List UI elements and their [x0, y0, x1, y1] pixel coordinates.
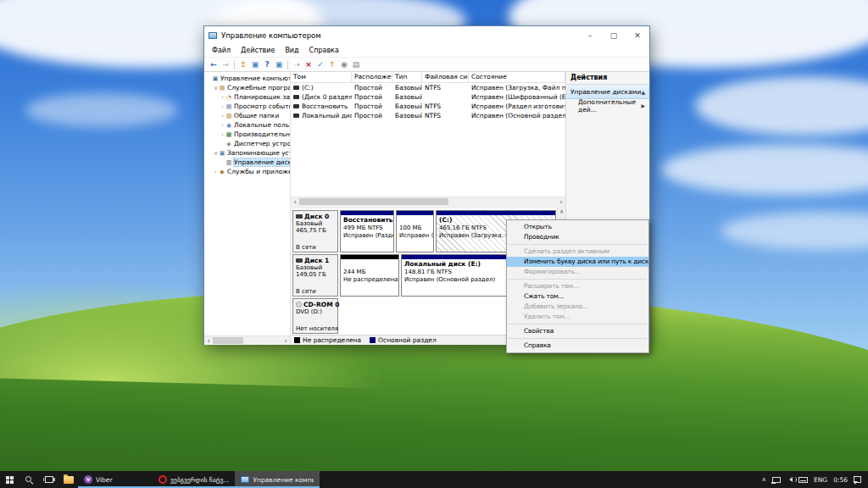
- task-view-icon: [45, 476, 53, 483]
- tree-item-label: Локальные пользовате: [234, 121, 291, 129]
- tree-item[interactable]: ▥Управление дисками: [204, 158, 290, 167]
- context-menu-item: Сделать раздел активным: [507, 247, 648, 257]
- tree-item[interactable]: ›▦Производительность: [204, 130, 290, 139]
- tree-item[interactable]: ∨▣Запоминающие устройст: [204, 148, 290, 158]
- device-manager-icon: ◈: [225, 141, 232, 147]
- context-menu-item[interactable]: Изменить букву диска или путь к диску...: [507, 257, 648, 267]
- minimize-button[interactable]: –: [578, 26, 602, 44]
- tree-item-label: Диспетчер устройств: [234, 140, 291, 147]
- tree-expander-icon[interactable]: ∨: [213, 85, 219, 92]
- partition-status: Не распределена: [343, 276, 397, 284]
- disk-label-panel[interactable]: Диск 1Базовый149,05 ГБВ сети: [292, 254, 338, 297]
- tree-expander-icon[interactable]: ›: [220, 94, 225, 101]
- tree-item[interactable]: ◈Диспетчер устройств: [204, 139, 290, 148]
- forward-icon[interactable]: →: [220, 60, 231, 69]
- touch-keyboard-icon[interactable]: [798, 477, 808, 483]
- up-icon[interactable]: ↑: [326, 60, 338, 69]
- export-icon[interactable]: ↥: [237, 60, 249, 69]
- volume-cell: Простой: [352, 83, 392, 92]
- context-menu-item[interactable]: Проводник: [507, 232, 648, 242]
- console-tree-icon[interactable]: ▣: [249, 60, 261, 69]
- start-button[interactable]: [0, 471, 19, 488]
- volume-cell: Базовый: [392, 111, 422, 120]
- menu-Вид[interactable]: Вид: [280, 47, 303, 54]
- tree-item[interactable]: ∨▤Служебные программы: [204, 83, 290, 92]
- maximize-button[interactable]: ▢: [602, 26, 626, 44]
- scroll-left-icon[interactable]: ‹: [291, 198, 299, 206]
- column-header-3[interactable]: Файловая система: [422, 72, 469, 82]
- title-bar[interactable]: Управление компьютером – ▢ ✕: [204, 26, 649, 44]
- tree-expander-icon[interactable]: ›: [220, 131, 225, 138]
- menu-Справка[interactable]: Справка: [304, 47, 344, 54]
- scroll-left-icon[interactable]: ‹: [204, 337, 213, 345]
- pointer-icon[interactable]: ➝: [291, 60, 303, 69]
- tree-expander-icon[interactable]: ∨: [213, 150, 219, 157]
- partition[interactable]: 244 МБНе распределена: [340, 254, 399, 297]
- clock[interactable]: 0:56: [833, 476, 848, 484]
- taskbar-app-opera-page[interactable]: ვებგვერდის ჩატვ...: [153, 471, 235, 488]
- actions-group-disk-management[interactable]: Управление дисками ▲: [566, 85, 649, 99]
- column-header-4[interactable]: Состояние: [469, 72, 565, 82]
- tree-item[interactable]: ▣Управление компьютером (л: [204, 74, 290, 83]
- language-indicator[interactable]: ENG: [814, 476, 827, 484]
- help-icon[interactable]: ?: [261, 60, 273, 69]
- file-explorer-button[interactable]: [58, 471, 78, 488]
- taskbar-app-viber[interactable]: VViber: [78, 471, 153, 488]
- scroll-up-icon[interactable]: ∧: [559, 208, 564, 215]
- menu-Действие[interactable]: Действие: [236, 47, 280, 54]
- tree-item[interactable]: ›▧Общие папки: [204, 111, 290, 120]
- context-menu-item[interactable]: Сжать том...: [507, 291, 648, 302]
- volume-row[interactable]: (C:)ПростойБазовыйNTFSИсправен (Загрузка…: [291, 83, 565, 92]
- scroll-right-icon[interactable]: ›: [557, 198, 565, 206]
- tree-item[interactable]: ›▤Просмотр событий: [204, 102, 290, 111]
- tree-item[interactable]: ›◆Службы и приложения: [204, 167, 290, 176]
- menu-Файл[interactable]: Файл: [207, 47, 236, 54]
- column-header-0[interactable]: Том: [291, 72, 352, 82]
- close-button[interactable]: ✕: [626, 26, 649, 44]
- tree-item-label: Службы и приложения: [227, 168, 291, 175]
- search-button[interactable]: [19, 471, 39, 488]
- hidden-icons-chevron[interactable]: ∧: [762, 476, 766, 483]
- context-menu-item[interactable]: Открыть: [507, 222, 648, 232]
- volume-icon: [293, 95, 299, 99]
- volume-list-hscrollbar[interactable]: ‹ ›: [291, 197, 565, 206]
- system-tray: ∧ ENG 0:56: [762, 471, 868, 488]
- volume-row[interactable]: ВосстановитьПростойБазовыйNTFSИсправен (…: [291, 102, 565, 111]
- task-view-button[interactable]: [39, 471, 58, 488]
- volume-row[interactable]: Локальный диск (E:)ПростойБазовыйNTFSИсп…: [291, 111, 565, 120]
- partition[interactable]: Восстановить499 МБ NTFSИсправен (Раздел …: [340, 210, 394, 252]
- volume-cell: Исправен (Основной раздел): [469, 111, 565, 120]
- tree-expander-icon[interactable]: ›: [213, 169, 219, 175]
- network-icon[interactable]: [772, 477, 781, 483]
- volume-cell: Локальный диск (E:): [291, 111, 352, 120]
- volume-cell: Исправен (Загрузка, Файл подкач: [469, 83, 565, 92]
- collapse-icon[interactable]: ▲: [641, 89, 645, 95]
- column-header-2[interactable]: Тип: [392, 72, 422, 82]
- disk-label-panel[interactable]: CD-ROM 0DVD (D:)Нет носителя: [292, 298, 338, 334]
- scroll-right-icon[interactable]: ›: [281, 337, 290, 345]
- partition[interactable]: 100 МБИсправен (Ш: [396, 210, 434, 252]
- taskbar-app-computer-management[interactable]: Управление компью...: [235, 471, 320, 488]
- tree-expander-icon[interactable]: ›: [220, 113, 225, 119]
- context-menu-item[interactable]: Свойства: [507, 326, 648, 336]
- volume-row[interactable]: (Диск 0 раздел 2)ПростойБазовыйИсправен …: [291, 92, 565, 102]
- actions-more[interactable]: Дополнительные дей... ▶: [566, 99, 649, 112]
- tree-hscrollbar[interactable]: ‹›: [204, 336, 290, 345]
- action-center-icon[interactable]: [854, 476, 861, 483]
- back-icon[interactable]: ←: [208, 60, 220, 69]
- menu-separator: [509, 244, 647, 245]
- delete-icon[interactable]: ×: [303, 60, 314, 69]
- disk-name: Диск 1: [296, 257, 336, 264]
- tree-expander-icon[interactable]: ›: [220, 122, 225, 129]
- column-header-1[interactable]: Расположение: [352, 72, 392, 82]
- tree-expander-icon[interactable]: ›: [220, 103, 225, 110]
- properties-icon[interactable]: ✓: [314, 60, 326, 69]
- list-icon[interactable]: ▤: [350, 60, 362, 69]
- find-icon[interactable]: ◉: [338, 60, 350, 69]
- volume-icon[interactable]: [787, 477, 793, 482]
- disk-label-panel[interactable]: Диск 0Базовый465,75 ГБВ сети: [292, 210, 338, 252]
- tree-item[interactable]: ›◉Локальные пользовате: [204, 120, 290, 130]
- tree-item[interactable]: ›◔Планировщик заданий: [204, 92, 290, 102]
- context-menu-item[interactable]: Справка: [507, 341, 648, 351]
- window-icon[interactable]: ▣: [273, 60, 285, 69]
